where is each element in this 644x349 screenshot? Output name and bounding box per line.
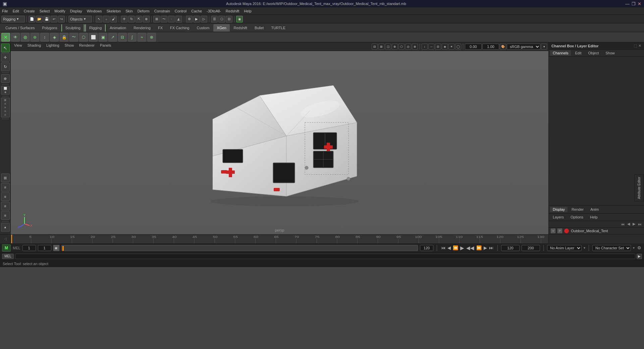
- shelf-grid-icon[interactable]: ⊟: [118, 33, 127, 42]
- objects-dropdown[interactable]: Objects ▾: [68, 16, 92, 22]
- vp-show-menu[interactable]: Show: [63, 43, 76, 50]
- bottom-icon-3-button[interactable]: ≡: [1, 192, 10, 201]
- colorspace-dropdown[interactable]: sRGB gamma: [507, 44, 540, 50]
- frame-end-range-input[interactable]: [420, 245, 433, 251]
- snap-curve-button[interactable]: 〜: [161, 16, 167, 22]
- quick-select-button[interactable]: ◉: [236, 16, 243, 22]
- open-file-button[interactable]: 📂: [36, 16, 43, 22]
- restore-button[interactable]: ❐: [632, 1, 636, 6]
- redo-button[interactable]: ↪: [58, 16, 65, 22]
- shelf-lock-icon[interactable]: 🔒: [60, 33, 68, 42]
- shelf-face-icon[interactable]: ▣: [99, 33, 107, 42]
- vp-icon-4-button[interactable]: ⊕: [392, 44, 398, 50]
- exposure-input[interactable]: [465, 44, 482, 50]
- vp-icon-8-button[interactable]: ↕: [422, 44, 428, 50]
- misc-icon-button[interactable]: ▲: [1, 223, 10, 232]
- shelf-camera-icon[interactable]: 👁: [11, 33, 20, 42]
- menu-deform[interactable]: Deform: [138, 9, 150, 13]
- close-button[interactable]: ✕: [638, 1, 641, 6]
- bottom-icon-1-button[interactable]: ⊞: [1, 173, 10, 182]
- colorspace-settings-button[interactable]: ▾: [541, 44, 547, 50]
- tab-sculpting[interactable]: Sculpting: [61, 24, 85, 32]
- undo-button[interactable]: ↩: [51, 16, 57, 22]
- frame-step-btn[interactable]: ▣: [53, 245, 59, 251]
- scale-tool-button[interactable]: ⇱: [136, 16, 142, 22]
- vp-icon-9-button[interactable]: ↔: [428, 44, 434, 50]
- move-tool-lt-button[interactable]: ✛: [1, 53, 10, 62]
- panel-float-button[interactable]: ⬚: [634, 44, 637, 48]
- character-set-dropdown[interactable]: No Character Set: [592, 245, 631, 251]
- bottom-icon-4-button[interactable]: ≡: [1, 202, 10, 210]
- vp-icon-6-button[interactable]: ◎: [405, 44, 411, 50]
- tab-help-layer[interactable]: Help: [587, 214, 600, 220]
- mel-python-toggle[interactable]: MEL: [2, 254, 14, 259]
- menu-help[interactable]: Help: [244, 9, 252, 13]
- play-reverse-button[interactable]: ◀◀: [466, 245, 475, 251]
- rotate-tool-button[interactable]: ↻: [128, 16, 135, 22]
- uv-editor-button[interactable]: ⊟: [226, 16, 232, 22]
- vp-panels-menu[interactable]: Panels: [98, 43, 113, 50]
- move-tool-button[interactable]: ✛: [121, 16, 127, 22]
- snap-grid-button[interactable]: ⊞: [153, 16, 160, 22]
- vp-lighting-menu[interactable]: Lighting: [44, 43, 61, 50]
- timeline-ruler[interactable]: 5 10 15 20 25 30 35 40 45 50 55 60 65: [11, 235, 548, 243]
- render-button[interactable]: ▶: [193, 16, 200, 22]
- prev-key-button[interactable]: ⏪: [452, 245, 459, 250]
- lasso-tool-button[interactable]: ⬦: [103, 16, 110, 22]
- vp-view-menu[interactable]: View: [12, 43, 24, 50]
- tab-redshift[interactable]: Redshift: [230, 24, 251, 32]
- menu-cache[interactable]: Cache: [191, 9, 202, 13]
- shelf-curve-icon[interactable]: 〜: [69, 33, 78, 42]
- anim-layer-dropdown[interactable]: No Anim Layer: [547, 245, 582, 251]
- select-tool-button[interactable]: ↖: [96, 16, 102, 22]
- mel-input[interactable]: [15, 254, 635, 259]
- colorspace-icon[interactable]: 🎨: [500, 44, 506, 50]
- frame-end-total-input[interactable]: [501, 245, 520, 251]
- select-tool-lt-button[interactable]: ↖: [1, 44, 10, 52]
- tab-turtle[interactable]: TURTLE: [268, 24, 289, 32]
- save-file-button[interactable]: 💾: [43, 16, 50, 22]
- layer-nav-prev[interactable]: ◀: [626, 221, 631, 227]
- paint-select-button[interactable]: 🖌: [110, 16, 117, 22]
- menu-display[interactable]: Display: [70, 9, 82, 13]
- shelf-settings-icon[interactable]: ⊕: [31, 33, 39, 42]
- show-ui-button[interactable]: ☰: [211, 16, 218, 22]
- menu-skeleton[interactable]: Skeleton: [106, 9, 121, 13]
- range-bar[interactable]: [61, 245, 418, 251]
- bottom-icon-5-button[interactable]: ≡: [1, 211, 10, 220]
- tab-display[interactable]: Display: [550, 207, 568, 212]
- window-controls[interactable]: — ❐ ✕: [625, 1, 641, 6]
- rigging-dropdown[interactable]: Rigging ▾: [1, 16, 25, 22]
- frame-start-input[interactable]: [22, 245, 36, 251]
- viewport-canvas[interactable]: persp Z X Y: [11, 51, 548, 234]
- vp-icon-11-button[interactable]: ◈: [442, 44, 448, 50]
- next-key-button[interactable]: ⏩: [476, 245, 482, 250]
- frame-current-input[interactable]: [38, 245, 51, 251]
- layer-item[interactable]: V P Outdoor_Medical_Tent: [549, 228, 644, 234]
- snap-point-button[interactable]: ·: [168, 16, 175, 22]
- render-group[interactable]: ⊞ ≡ ≡ ≡ ≡: [1, 98, 10, 117]
- snap-surface-button[interactable]: ◭: [175, 16, 182, 22]
- shelf-mesh-icon[interactable]: ⬡: [79, 33, 88, 42]
- vp-icon-10-button[interactable]: ⊟: [435, 44, 441, 50]
- tab-fx[interactable]: FX: [155, 24, 166, 32]
- new-file-button[interactable]: 📄: [29, 16, 35, 22]
- tab-xgen[interactable]: XGen: [213, 24, 229, 32]
- attribute-editor-tab[interactable]: Attribute Editor: [634, 174, 644, 201]
- render-settings-button[interactable]: ⚙: [186, 16, 193, 22]
- component-group[interactable]: ⬜ ◈: [1, 86, 10, 95]
- shelf-move-icon[interactable]: ↕: [40, 33, 49, 42]
- vp-icon-13-button[interactable]: ◯: [455, 44, 461, 50]
- preferences-button[interactable]: ⚙: [637, 245, 642, 250]
- timeline-left-btn[interactable]: ◁: [0, 235, 11, 243]
- rotate-tool-lt-button[interactable]: ↻: [1, 62, 10, 71]
- menu-skin[interactable]: Skin: [125, 9, 132, 13]
- layer-visibility-toggle[interactable]: V: [551, 229, 555, 233]
- tab-fx-caching[interactable]: FX Caching: [167, 24, 193, 32]
- menu-modify[interactable]: Modify: [54, 9, 65, 13]
- total-end-input[interactable]: [522, 245, 540, 251]
- gamma-input[interactable]: [482, 44, 499, 50]
- shelf-camera2-icon[interactable]: ◎: [21, 33, 30, 42]
- tab-custom[interactable]: Custom: [194, 24, 213, 32]
- tab-edit[interactable]: Edit: [572, 50, 584, 56]
